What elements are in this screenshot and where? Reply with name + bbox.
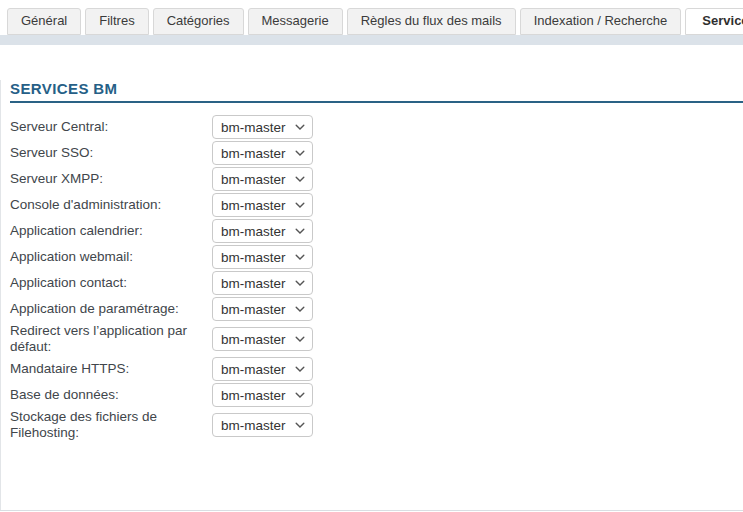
select-value: bm-master xyxy=(221,172,286,187)
chevron-down-icon xyxy=(295,392,305,399)
chevron-down-icon xyxy=(295,150,305,157)
application-calendrier-select[interactable]: bm-master xyxy=(212,219,313,243)
application-parametrage-label: Application de paramétrage: xyxy=(10,301,212,317)
form-row: Serveur SSO: bm-master xyxy=(10,141,743,165)
serveur-central-label: Serveur Central: xyxy=(10,119,212,135)
services-bm-panel: SERVICES BM Serveur Central: bm-master S… xyxy=(0,80,743,510)
tab-bar: Général Filtres Catégories Messagerie Rè… xyxy=(0,0,743,35)
select-value: bm-master xyxy=(221,120,286,135)
form-row: Console d'administration: bm-master xyxy=(10,193,743,217)
form-row: Application webmail: bm-master xyxy=(10,245,743,269)
select-value: bm-master xyxy=(221,332,286,347)
application-contact-label: Application contact: xyxy=(10,275,212,291)
serveur-xmpp-select[interactable]: bm-master xyxy=(212,167,313,191)
tab-general[interactable]: Général xyxy=(7,8,81,35)
form-row: Serveur XMPP: bm-master xyxy=(10,167,743,191)
chevron-down-icon xyxy=(295,176,305,183)
chevron-down-icon xyxy=(295,422,305,429)
form-row: Base de données: bm-master xyxy=(10,383,743,407)
select-value: bm-master xyxy=(221,224,286,239)
form-row: Serveur Central: bm-master xyxy=(10,115,743,139)
select-value: bm-master xyxy=(221,302,286,317)
application-calendrier-label: Application calendrier: xyxy=(10,223,212,239)
select-value: bm-master xyxy=(221,418,286,433)
select-value: bm-master xyxy=(221,146,286,161)
redirect-application-defaut-select[interactable]: bm-master xyxy=(212,327,313,351)
form-row: Application contact: bm-master xyxy=(10,271,743,295)
application-webmail-label: Application webmail: xyxy=(10,249,212,265)
redirect-application-defaut-label: Redirect vers l’application par défaut: xyxy=(10,323,212,355)
serveur-xmpp-label: Serveur XMPP: xyxy=(10,171,212,187)
mandataire-https-label: Mandataire HTTPS: xyxy=(10,361,212,377)
chevron-down-icon xyxy=(295,280,305,287)
chevron-down-icon xyxy=(295,366,305,373)
console-administration-label: Console d'administration: xyxy=(10,197,212,213)
application-contact-select[interactable]: bm-master xyxy=(212,271,313,295)
serveur-sso-select[interactable]: bm-master xyxy=(212,141,313,165)
application-parametrage-select[interactable]: bm-master xyxy=(212,297,313,321)
tab-messagerie[interactable]: Messagerie xyxy=(248,8,343,35)
chevron-down-icon xyxy=(295,306,305,313)
tab-regles-flux-mails[interactable]: Règles du flux des mails xyxy=(347,8,516,35)
form-row: Stockage des fichiers de Filehosting: bm… xyxy=(10,409,743,441)
select-value: bm-master xyxy=(221,276,286,291)
select-value: bm-master xyxy=(221,198,286,213)
form-row: Application calendrier: bm-master xyxy=(10,219,743,243)
form-row: Application de paramétrage: bm-master xyxy=(10,297,743,321)
stockage-filehosting-label: Stockage des fichiers de Filehosting: xyxy=(10,409,212,441)
tab-strip xyxy=(0,35,743,45)
mandataire-https-select[interactable]: bm-master xyxy=(212,357,313,381)
chevron-down-icon xyxy=(295,202,305,209)
base-donnees-label: Base de données: xyxy=(10,387,212,403)
chevron-down-icon xyxy=(295,228,305,235)
stockage-filehosting-select[interactable]: bm-master xyxy=(212,413,313,437)
select-value: bm-master xyxy=(221,250,286,265)
chevron-down-icon xyxy=(295,336,305,343)
select-value: bm-master xyxy=(221,362,286,377)
form-row: Mandataire HTTPS: bm-master xyxy=(10,357,743,381)
chevron-down-icon xyxy=(295,124,305,131)
tab-indexation-recherche[interactable]: Indexation / Recherche xyxy=(520,8,682,35)
form-row: Redirect vers l’application par défaut: … xyxy=(10,323,743,355)
section-title: SERVICES BM xyxy=(10,80,743,103)
base-donnees-select[interactable]: bm-master xyxy=(212,383,313,407)
services-form: Serveur Central: bm-master Serveur SSO: … xyxy=(10,115,743,441)
select-value: bm-master xyxy=(221,388,286,403)
console-administration-select[interactable]: bm-master xyxy=(212,193,313,217)
tab-filtres[interactable]: Filtres xyxy=(85,8,148,35)
tab-categories[interactable]: Catégories xyxy=(153,8,244,35)
serveur-sso-label: Serveur SSO: xyxy=(10,145,212,161)
serveur-central-select[interactable]: bm-master xyxy=(212,115,313,139)
chevron-down-icon xyxy=(295,254,305,261)
application-webmail-select[interactable]: bm-master xyxy=(212,245,313,269)
tab-services-bm[interactable]: Services BM xyxy=(685,8,743,35)
